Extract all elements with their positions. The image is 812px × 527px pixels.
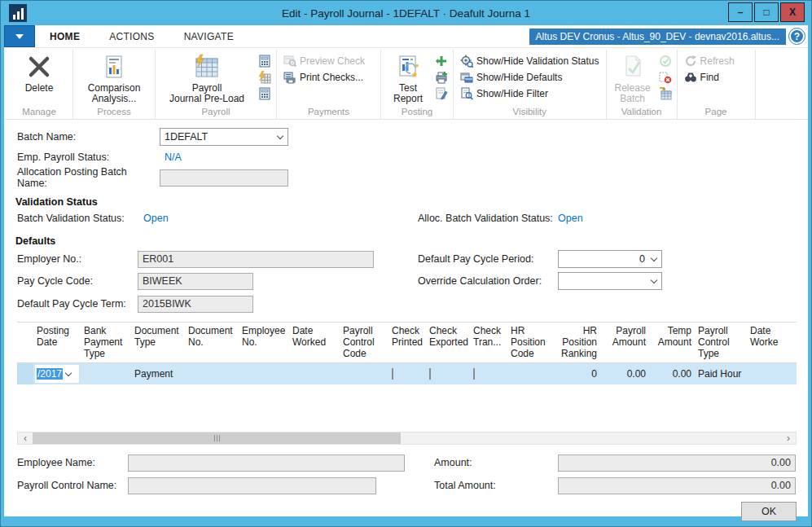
refresh-button[interactable]: Refresh [684,55,735,68]
employee-name-field[interactable] [128,455,405,472]
showhide-validation-status-button[interactable]: Show/Hide Validation Status [460,55,599,68]
scroll-right-arrow[interactable]: › [781,433,796,444]
print-plus-icon[interactable] [435,71,448,84]
group-label-page: Page [681,105,752,119]
horizontal-scrollbar[interactable]: ‹ › [17,432,797,445]
document-type-cell[interactable]: Payment [131,368,185,380]
total-amount-field[interactable]: 0.00 [558,477,796,494]
default-pay-cycle-period-label: Default Pay Cycle Period: [418,253,558,265]
check-tran-checkbox[interactable] [473,368,475,380]
comparison-analysis-button[interactable]: Comparison Analysis... [77,51,151,104]
delete-icon [26,54,52,80]
preview-check-button[interactable]: Preview Check [283,55,365,68]
emp-payroll-status-value[interactable]: N/A [160,152,182,163]
col-check-tran[interactable]: Check Tran... [470,325,507,359]
server-connection-badge[interactable]: Altus DEV Cronus - Altus_90_DEV - devnav… [529,29,787,45]
hr-position-ranking-cell[interactable]: 0 [548,368,600,380]
delete-button[interactable]: Delete [9,51,69,94]
default-pay-cycle-period-combo[interactable]: 0 [558,250,662,268]
scrollbar-thumb[interactable] [33,433,401,444]
edit-page-icon[interactable] [435,87,448,100]
col-hr-position-code[interactable]: HR Position Code [507,325,548,359]
col-check-exported[interactable]: Check Exported [426,325,470,359]
preview-check-icon [283,55,296,68]
ribbon-group-payroll: Payroll Journal Pre-Load Pa [156,50,277,119]
payroll-control-type-cell[interactable]: Paid Hour [695,368,747,380]
approve-icon[interactable] [659,55,672,68]
help-icon[interactable]: ? [789,29,805,44]
showhide-filter-button[interactable]: Show/Hide Filter [460,87,599,100]
payroll-amount-cell[interactable]: 0.00 [600,368,649,380]
default-pay-cycle-term-field[interactable]: 2015BIWK [138,296,253,313]
reject-icon[interactable] [659,71,672,84]
col-payroll-control-code[interactable]: Payroll Control Code [340,325,388,359]
batch-name-combo[interactable]: 1DEFALT [160,128,288,146]
posting-date-selected-text: /2017 [37,368,63,380]
grid-lightning-icon[interactable] [258,71,271,84]
batch-name-value: 1DEFALT [165,131,274,143]
check-printed-checkbox[interactable] [392,368,393,380]
row-selector-header[interactable] [17,325,33,359]
maximize-button[interactable]: □ [754,2,779,22]
ribbon: Delete Manage Comparison Analysis... Pro… [4,48,808,120]
row-selector[interactable] [17,363,33,384]
allocation-posting-batch-name-field[interactable] [160,169,288,187]
batch-validation-status-label: Batch Validation Status: [17,213,143,224]
tab-home[interactable]: HOME [35,25,94,47]
pay-cycle-code-field[interactable]: BIWEEK [138,273,253,290]
group-label-posting: Posting [384,105,450,119]
calculator-icon[interactable] [258,87,271,100]
col-bank-payment-type[interactable]: Bank Payment Type [81,325,131,359]
temp-amount-cell[interactable]: 0.00 [649,368,695,380]
scroll-left-arrow[interactable]: ‹ [18,433,33,444]
col-date-worked[interactable]: Date Worked [289,325,340,359]
chevron-down-icon [651,254,657,261]
check-exported-checkbox[interactable] [429,368,431,380]
close-button[interactable]: X [780,2,805,22]
scrollbar-track[interactable] [401,433,781,444]
col-employee-no[interactable]: Employee No. [239,325,289,359]
release-batch-button[interactable]: Release Batch [610,51,656,104]
group-label-payroll: Payroll [159,105,273,119]
col-document-type[interactable]: Document Type [131,325,185,359]
payroll-preload-icon [194,54,220,80]
calculator-icon[interactable] [258,55,271,68]
tab-navigate[interactable]: NAVIGATE [169,25,248,47]
payroll-journal-preload-button[interactable]: Payroll Journal Pre-Load [159,51,255,104]
application-menu-button[interactable] [4,25,35,47]
col-payroll-control-type[interactable]: Payroll Control Type [695,325,747,359]
insert-lines-icon[interactable] [435,55,448,68]
col-hr-position-ranking[interactable]: HR Position Ranking [548,325,600,359]
ok-button[interactable]: OK [741,502,797,521]
print-checks-button[interactable]: Print Checks... [283,71,365,84]
override-calculation-order-combo[interactable] [558,272,662,290]
find-button[interactable]: Find [684,71,735,84]
alloc-batch-validation-status-value[interactable]: Open [558,213,583,224]
col-document-no[interactable]: Document No. [185,325,239,359]
chevron-down-icon [277,132,283,138]
batch-table-icon[interactable] [659,87,672,100]
showhide-defaults-button[interactable]: Show/Hide Defaults [460,71,599,84]
ribbon-group-payments: Preview Check Print Checks... Payments [277,50,381,119]
amount-field[interactable]: 0.00 [558,455,796,472]
payroll-control-name-field[interactable] [128,477,376,494]
validation-status-heading: Validation Status [15,196,797,208]
ribbon-tab-row: HOME ACTIONS NAVIGATE Altus DEV Cronus -… [4,25,808,48]
override-calculation-order-label: Override Calculation Order: [418,275,558,287]
posting-date-cell[interactable]: /2017 [35,365,79,383]
tab-actions[interactable]: ACTIONS [94,25,169,47]
alloc-batch-validation-status-label: Alloc. Batch Validation Status: [418,213,558,224]
minimize-button[interactable]: – [728,2,753,22]
col-temp-amount[interactable]: Temp Amount [649,325,695,359]
col-payroll-amount[interactable]: Payroll Amount [600,325,649,359]
group-label-manage: Manage [9,105,69,119]
test-report-button[interactable]: Test Report [384,51,432,104]
journal-row[interactable]: /2017 Payment 0 0.00 0 [17,363,797,384]
total-amount-label: Total Amount: [434,480,558,491]
employer-no-field[interactable]: ER001 [138,251,374,268]
batch-validation-status-value[interactable]: Open [143,213,169,224]
caret-down-icon [15,34,24,39]
col-date-worked-2[interactable]: Date Worke [747,325,797,359]
col-check-printed[interactable]: Check Printed [388,325,426,359]
batch-name-label: Batch Name: [17,131,160,143]
